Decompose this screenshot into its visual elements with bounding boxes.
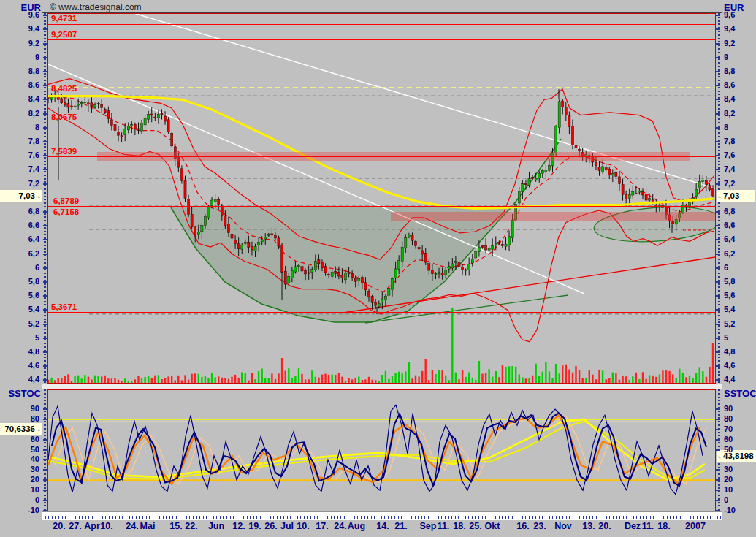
x-tick-label: Dez bbox=[625, 521, 641, 531]
sstoc-tick-label: 90 bbox=[724, 404, 733, 414]
x-tick-label: 14. bbox=[376, 521, 389, 531]
x-tick-label: 21. bbox=[394, 521, 407, 531]
x-tick-label: Jun bbox=[208, 521, 224, 531]
header-divider bbox=[42, 0, 42, 13]
y-major-tick bbox=[716, 254, 720, 255]
sstoc-major-tick bbox=[43, 479, 47, 481]
y-tick-label: 8,2 bbox=[724, 109, 735, 118]
left-price-axis[interactable] bbox=[42, 13, 47, 384]
x-tick-label: 27. bbox=[69, 521, 81, 531]
y-tick-label: 6,6 bbox=[6, 221, 39, 230]
y-major-tick bbox=[716, 113, 720, 115]
y-major-tick bbox=[716, 15, 720, 16]
x-tick-label: 11. bbox=[438, 521, 450, 531]
y-tick-label: 5,6 bbox=[6, 291, 39, 300]
y-major-tick bbox=[43, 338, 47, 339]
y-major-tick bbox=[43, 211, 47, 213]
price-level-label: 6,7158 bbox=[53, 207, 79, 217]
y-tick-label: 8,6 bbox=[724, 80, 735, 90]
x-tick-label: 24. bbox=[126, 521, 138, 531]
y-major-tick bbox=[716, 211, 720, 213]
current-price-label-left: 7,03 - bbox=[0, 190, 42, 202]
y-major-tick bbox=[43, 281, 47, 283]
sstoc-tick-label: 10 bbox=[6, 485, 39, 495]
y-major-tick bbox=[43, 379, 47, 381]
sstoc-plot[interactable] bbox=[47, 389, 716, 511]
x-tick-label: 25. bbox=[469, 521, 481, 531]
y-tick-label: 9,6 bbox=[6, 10, 39, 20]
y-major-tick bbox=[716, 324, 720, 325]
current-price-label-right: - 7,03 bbox=[717, 190, 755, 202]
y-tick-label: 8 bbox=[724, 123, 728, 132]
price-level-label: 9,2507 bbox=[51, 30, 77, 39]
tradesignal-chart-window: EUR © www.tradesignal.com EUR 9,47319,25… bbox=[0, 0, 756, 537]
y-tick-label: 7,6 bbox=[724, 151, 735, 160]
sstoc-tick-label: 20 bbox=[6, 475, 39, 484]
y-tick-label: 4,4 bbox=[6, 375, 39, 384]
x-tick-label: 10. bbox=[297, 521, 309, 531]
sstoc-major-tick bbox=[43, 439, 47, 441]
sstoc-tick-label: 90 bbox=[6, 404, 39, 414]
x-tick-label: 17. bbox=[316, 521, 328, 531]
price-level-label: 8,0675 bbox=[51, 113, 77, 122]
sstoc-major-tick bbox=[716, 510, 720, 511]
y-tick-label: 5,8 bbox=[6, 277, 39, 286]
y-major-tick bbox=[43, 127, 47, 129]
sstoc-major-tick bbox=[716, 500, 720, 501]
y-tick-label: 8,8 bbox=[724, 66, 735, 76]
y-tick-label: 6,8 bbox=[724, 207, 735, 216]
sstoc-tick-label: 60 bbox=[6, 435, 39, 444]
x-tick-label: 22. bbox=[185, 521, 197, 531]
sstoc-major-tick bbox=[716, 429, 720, 430]
date-axis[interactable] bbox=[42, 511, 722, 520]
y-major-tick bbox=[716, 99, 720, 100]
y-major-tick bbox=[43, 254, 47, 255]
sstoc-value-label-left: 70,6336 - bbox=[0, 423, 42, 435]
sstoc-major-tick bbox=[43, 510, 47, 511]
x-tick-label: Mai bbox=[140, 521, 156, 531]
sstoc-major-tick bbox=[716, 490, 720, 491]
y-major-tick bbox=[43, 57, 47, 58]
y-tick-label: 7,6 bbox=[6, 151, 39, 160]
sstoc-tick-label: 30 bbox=[724, 465, 733, 474]
y-major-tick bbox=[716, 309, 720, 311]
y-major-tick bbox=[716, 183, 720, 185]
x-tick-label: 11. bbox=[642, 521, 654, 531]
sstoc-tick-label: 50 bbox=[724, 445, 733, 454]
x-tick-label: Apr bbox=[84, 521, 100, 531]
y-major-tick bbox=[716, 43, 720, 45]
x-tick-label: Sep bbox=[420, 521, 437, 531]
y-tick-label: 5 bbox=[6, 333, 39, 343]
sstoc-major-tick bbox=[716, 439, 720, 441]
y-major-tick bbox=[716, 155, 720, 156]
y-major-tick bbox=[43, 71, 47, 72]
y-tick-label: 6 bbox=[724, 263, 728, 273]
y-major-tick bbox=[43, 15, 47, 16]
sstoc-major-tick bbox=[43, 419, 47, 420]
sstoc-major-tick bbox=[716, 419, 720, 420]
y-tick-label: 6 bbox=[6, 263, 39, 273]
sstoc-tick-label: -10 bbox=[6, 506, 39, 515]
y-major-tick bbox=[43, 351, 47, 353]
x-tick-label: 20. bbox=[53, 521, 65, 531]
y-major-tick bbox=[43, 113, 47, 115]
y-major-tick bbox=[716, 281, 720, 283]
y-tick-label: 7,8 bbox=[724, 137, 735, 146]
price-level-label: 6,8789 bbox=[53, 197, 79, 206]
y-tick-label: 6,2 bbox=[724, 249, 735, 259]
y-tick-label: 9,4 bbox=[724, 24, 735, 34]
sstoc-major-tick bbox=[716, 479, 720, 481]
main-price-plot[interactable] bbox=[47, 13, 716, 384]
sstoc-tick-label: -10 bbox=[724, 506, 736, 515]
y-major-tick bbox=[43, 295, 47, 297]
y-major-tick bbox=[43, 239, 47, 240]
y-tick-label: 4,8 bbox=[6, 347, 39, 357]
y-major-tick bbox=[716, 71, 720, 72]
sstoc-major-tick bbox=[43, 449, 47, 451]
y-major-tick bbox=[43, 225, 47, 226]
y-major-tick bbox=[43, 85, 47, 86]
sstoc-tick-label: 60 bbox=[724, 435, 733, 444]
x-tick-label: 20. bbox=[598, 521, 611, 531]
y-major-tick bbox=[43, 28, 47, 30]
y-tick-label: 6,6 bbox=[724, 221, 735, 230]
